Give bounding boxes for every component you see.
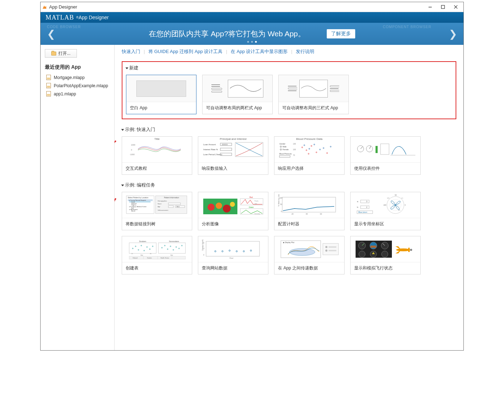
svg-rect-78 — [282, 197, 336, 212]
svg-point-148 — [289, 248, 315, 256]
svg-text:300000: 300000 — [222, 143, 228, 146]
new-blank-app[interactable]: 空白 App — [126, 75, 196, 114]
svg-text:Energy (mwh): Energy (mwh) — [201, 240, 204, 251]
svg-point-26 — [306, 150, 307, 151]
svg-text:50: 50 — [280, 203, 282, 205]
brand-sub: App Designer — [79, 15, 109, 20]
svg-rect-165 — [408, 248, 410, 252]
recent-title: 最近使用的 App — [45, 64, 110, 70]
svg-text:60: 60 — [320, 213, 322, 215]
section-new[interactable]: 新建 — [126, 65, 452, 71]
window-title: App Designer — [49, 4, 77, 10]
svg-text:100: 100 — [293, 148, 296, 151]
brand-header: MATLAB® App Designer — [41, 12, 463, 23]
svg-text:Health Status: Health Status — [161, 257, 169, 259]
svg-point-107 — [132, 248, 133, 249]
svg-text:1000: 1000 — [131, 144, 135, 146]
svg-point-108 — [135, 246, 136, 247]
svg-text:% Memory Used: % Memory Used — [278, 194, 280, 206]
card-caption: 响应用户选择 — [274, 162, 344, 174]
svg-line-171 — [115, 199, 116, 220]
svg-line-40 — [369, 146, 371, 149]
recent-item[interactable]: Mortgage.mlapp — [45, 73, 110, 82]
svg-rect-87 — [361, 200, 369, 203]
recent-item[interactable]: PolarPlotAppExample.mlapp — [45, 82, 110, 90]
svg-point-112 — [147, 247, 148, 248]
carousel-dot[interactable] — [255, 41, 257, 43]
svg-point-33 — [323, 148, 324, 149]
card-caption: 空白 App — [126, 102, 196, 114]
svg-text:Demographics: Demographics — [158, 200, 167, 202]
example-interactive-tutorial[interactable]: Title 1000 0 -1000 交互式教程 — [122, 136, 192, 175]
svg-text:-1000: -1000 — [130, 153, 135, 156]
example-flight-sim[interactable]: 显示和模拟飞行状态 — [350, 236, 421, 274]
maximize-button[interactable] — [436, 2, 449, 12]
card-caption: 查询网站数据 — [198, 262, 268, 274]
svg-text:20: 20 — [292, 213, 294, 215]
example-numeric-input[interactable]: Principal and Interest Loan Amount300000… — [198, 136, 268, 175]
section-examples-quickstart[interactable]: 示例: 快速入门 — [122, 126, 456, 133]
new-two-panel-app[interactable]: 可自动调整布局的两栏式 App — [202, 75, 273, 114]
svg-point-111 — [144, 250, 145, 251]
section-examples-programming[interactable]: 示例: 编程任务 — [122, 182, 456, 188]
svg-point-140 — [222, 251, 223, 252]
svg-point-121 — [179, 248, 180, 249]
example-tree-data[interactable]: Select Patient by Location ▸ County Gene… — [122, 192, 192, 230]
svg-text:Smoker: Smoker — [147, 257, 152, 259]
link-quickstart[interactable]: 快速入门 — [122, 49, 140, 54]
recent-item[interactable]: app1.mlapp — [45, 90, 110, 98]
carousel-prev-icon[interactable]: ❮ — [47, 28, 55, 40]
link-migrate-guide[interactable]: 将 GUIDE App 迁移到 App 设计工具 — [148, 49, 223, 54]
link-show-figure[interactable]: 在 App 设计工具中显示图形 — [231, 49, 288, 54]
svg-point-163 — [382, 251, 388, 257]
example-pass-data[interactable]: ◆ Display Plot 在 App 之间传递数据 — [274, 236, 345, 274]
svg-point-161 — [359, 251, 365, 257]
open-button[interactable]: 打开... — [45, 49, 77, 58]
link-release-notes[interactable]: 发行说明 — [296, 49, 314, 54]
example-analyze-image[interactable]: Red Green Pixels 150 Intensity 分析图像 — [198, 192, 268, 230]
svg-text:Age: Age — [158, 206, 161, 208]
card-caption: 将数据链接到树 — [122, 218, 192, 230]
svg-point-150 — [325, 246, 327, 248]
svg-point-67 — [208, 204, 215, 211]
card-caption: 可自动调整布局的三栏式 App — [279, 102, 348, 114]
svg-text:Intensity: Intensity — [254, 213, 260, 215]
svg-point-143 — [243, 251, 245, 252]
close-button[interactable] — [449, 2, 462, 12]
app-icon — [42, 5, 47, 10]
svg-text:Male: Male — [177, 206, 180, 208]
svg-text:1.5: 1.5 — [401, 197, 403, 199]
svg-point-152 — [325, 250, 327, 252]
carousel-dot[interactable] — [251, 41, 253, 43]
svg-text:Name: Name — [158, 203, 162, 205]
example-timer[interactable]: 100 50 0 % Memory Used 204060 配置计时器 — [274, 192, 345, 230]
mlapp-file-icon — [46, 83, 51, 88]
carousel-next-icon[interactable]: ❯ — [449, 28, 457, 40]
example-polar-axes[interactable]: a:3 b:2 Blue Line ▾ 90 0 180 1.5 — [350, 192, 421, 230]
carousel-dot[interactable] — [247, 41, 249, 43]
svg-rect-1 — [441, 5, 445, 9]
svg-text:0: 0 — [131, 149, 132, 151]
svg-point-139 — [215, 251, 216, 252]
brand-reg: ® — [76, 16, 79, 19]
example-create-table[interactable]: Smokers Nonsmokers AgeAge 2545 — [122, 236, 192, 274]
promo-banner: CODE BROWSER COMPONENT BROWSER ❮ 在您的团队内共… — [41, 23, 463, 45]
svg-text:Green: Green — [249, 206, 254, 208]
annotation-arrow-icon — [115, 137, 122, 163]
new-three-panel-app[interactable]: 可自动调整布局的三栏式 App — [278, 75, 349, 114]
svg-text:Smokers: Smokers — [139, 240, 146, 242]
svg-point-142 — [236, 251, 237, 252]
minimize-button[interactable] — [424, 2, 436, 12]
svg-text:Patient Information: Patient Information — [164, 196, 179, 199]
example-user-selection[interactable]: Blood Pressure Data Gender Male Female B… — [274, 136, 345, 175]
svg-point-114 — [152, 246, 153, 247]
svg-text:Martin: Martin — [131, 210, 135, 212]
card-caption: 响应数值输入 — [198, 162, 268, 174]
svg-point-25 — [302, 147, 303, 148]
learn-more-button[interactable]: 了解更多 — [327, 29, 355, 38]
svg-point-32 — [320, 149, 321, 150]
example-query-webdata[interactable]: 630 Energy (mwh) Hour 查询网站数据 — [198, 236, 268, 274]
svg-text:130: 130 — [293, 143, 296, 145]
example-gauge-widgets[interactable]: 使用仪表控件 — [350, 136, 421, 175]
svg-point-34 — [327, 153, 328, 154]
